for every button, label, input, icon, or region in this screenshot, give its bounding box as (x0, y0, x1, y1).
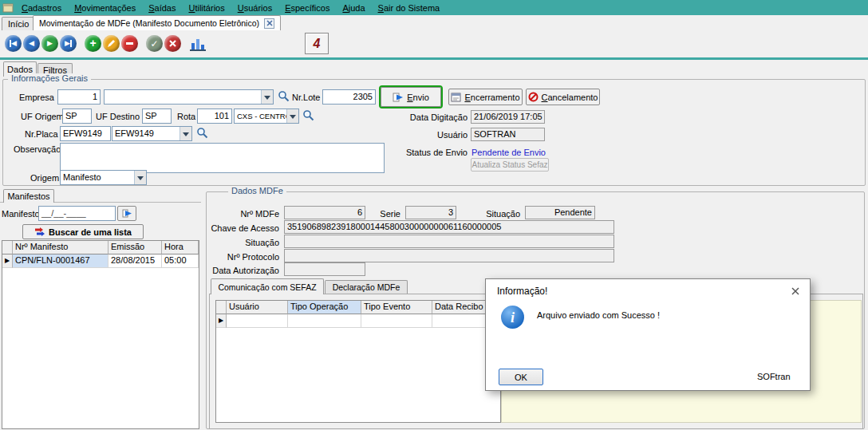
menu-item-usuarios[interactable]: Usuários (231, 2, 278, 14)
menu-item-especificos[interactable]: Específicos (278, 2, 336, 14)
tab-declaracao-mdfe[interactable]: Declaração MDFe (325, 280, 408, 294)
observacao-textarea[interactable] (60, 143, 385, 173)
cancel-button[interactable] (164, 35, 181, 52)
column-header-usuario[interactable]: Usuário (227, 301, 288, 314)
tab-manifestos[interactable]: Manifestos (3, 189, 54, 203)
nr-placa-input[interactable]: EFW9149 (60, 126, 111, 141)
status-envio-label: Status de Envio (400, 148, 468, 157)
table-row[interactable]: ▶ (216, 314, 500, 328)
manifestos-grid[interactable]: Nrº Manifesto Emissão Hora ▶ CPN/FLN-000… (2, 240, 199, 429)
table-row[interactable]: ▶ CPN/FLN-0001467 28/08/2015 05:00 (2, 254, 199, 268)
prohibition-icon (528, 92, 539, 102)
nav-prev-button[interactable]: ◀ (23, 35, 40, 52)
tab-inicio[interactable]: Início (2, 17, 35, 30)
nrlote-input[interactable]: 2305 (322, 89, 376, 105)
cell-emissao[interactable]: 28/08/2015 (108, 254, 162, 268)
data-digitacao-value: 21/06/2019 17:05 (471, 110, 545, 124)
tab-movimentacao-mdfe[interactable]: Movimentação de MDFe (Manifesto Document… (33, 15, 281, 30)
origem-label: Origem (30, 173, 59, 183)
manifestos-grid-header: Nrº Manifesto Emissão Hora (2, 241, 199, 254)
rota-code-input[interactable]: 101 (197, 108, 232, 124)
dialog-title: Informação! (497, 286, 547, 297)
chevron-down-icon[interactable] (286, 109, 298, 123)
empresa-combo[interactable] (104, 89, 274, 105)
cancelamento-button[interactable]: Cancelamento (526, 89, 600, 105)
check-icon: ✓ (150, 38, 158, 49)
uf-destino-input[interactable]: SP (142, 108, 172, 124)
menu-bar: Cadastros Movimentações Saídas Utilitári… (0, 0, 868, 15)
nav-prev-icon: ◀ (29, 40, 34, 47)
observacao-label: Observação (14, 144, 61, 154)
minus-icon (126, 42, 133, 45)
cell-hora[interactable]: 05:00 (162, 254, 199, 268)
search-icon (302, 109, 314, 121)
data-autorizacao-label: Data Autorização (206, 266, 279, 275)
nav-last-button[interactable]: ▶ (60, 35, 77, 52)
chart-button[interactable] (188, 35, 207, 53)
menu-item-saidas[interactable]: Saídas (142, 2, 182, 14)
menu-item-utilitarios[interactable]: Utilitários (182, 2, 231, 14)
chave-acesso-value: 3519068982391800014458003000000006116000… (284, 220, 614, 234)
empresa-code-input[interactable]: 1 (57, 89, 101, 105)
application-window: Cadastros Movimentações Saídas Utilitári… (0, 0, 868, 430)
rota-combo[interactable]: CXS - CENTRO (234, 108, 299, 124)
nr-placa-label: Nr.Placa (25, 129, 58, 139)
sefaz-grid[interactable]: Usuário Tipo Operação Tipo Evento Data R… (215, 300, 501, 423)
svg-text:i: i (511, 310, 515, 325)
rota-lookup-button[interactable] (302, 109, 314, 123)
row-indicator-icon: ▶ (219, 317, 223, 324)
column-header-nr-manifesto[interactable]: Nrº Manifesto (13, 241, 108, 254)
buscar-lista-button[interactable]: Buscar de uma lista (22, 224, 144, 239)
menu-item-sair[interactable]: Sair do Sistema (372, 2, 447, 14)
data-digitacao-label: Data Digitação (400, 112, 468, 122)
tab-comunicacao-sefaz[interactable]: Comunicação com SEFAZ (211, 278, 324, 294)
chevron-down-icon[interactable] (180, 127, 191, 140)
nr-mdfe-label: Nrº MDFe (222, 209, 279, 219)
encerramento-button[interactable]: Encerramento (448, 89, 523, 105)
tab-close-icon[interactable] (264, 18, 274, 29)
menu-item-ajuda[interactable]: Ajuda (336, 2, 371, 14)
add-button[interactable]: + (85, 35, 101, 52)
envio-button[interactable]: Envio (381, 87, 441, 107)
nav-next-icon: ▶ (47, 40, 53, 47)
nav-next-button[interactable]: ▶ (41, 35, 58, 52)
usuario-label: Usuário (423, 130, 468, 140)
send-icon (122, 209, 132, 218)
nr-mdfe-value: 6 (284, 206, 365, 219)
placa-lookup-button[interactable] (196, 127, 208, 140)
row-indicator-icon: ▶ (5, 257, 10, 264)
dialog-close-icon[interactable] (789, 285, 802, 298)
x-icon (169, 40, 176, 47)
column-header-tipo-operacao[interactable]: Tipo Operação (288, 301, 361, 314)
atualiza-status-sefaz-button[interactable]: Atualiza Status Sefaz (471, 158, 549, 172)
delete-button[interactable] (121, 35, 138, 52)
nrlote-label: Nr.Lote (292, 93, 320, 102)
origem-combo[interactable]: Manifesto (60, 170, 147, 185)
pencil-icon (107, 39, 116, 48)
send-icon (393, 93, 404, 102)
report-icon (451, 93, 461, 102)
column-header-tipo-evento[interactable]: Tipo Evento (361, 301, 432, 314)
nav-last-icon: ▶ (65, 40, 70, 47)
empresa-lookup-button[interactable] (278, 90, 290, 104)
cell-nr-manifesto[interactable]: CPN/FLN-0001467 (13, 254, 108, 268)
menu-item-movimentacoes[interactable]: Movimentações (68, 2, 142, 14)
softran-logo-button[interactable]: 4 (305, 33, 329, 54)
nr-placa-combo[interactable]: EFW9149 (112, 126, 192, 141)
menu-item-cadastros[interactable]: Cadastros (15, 2, 68, 14)
ok-button[interactable]: OK (499, 369, 543, 385)
uf-destino-label: UF Destino (96, 112, 140, 121)
confirm-button[interactable]: ✓ (146, 35, 163, 52)
edit-button[interactable] (103, 35, 120, 52)
column-header-emissao[interactable]: Emissão (108, 241, 162, 254)
nav-first-button[interactable]: ◀ (5, 35, 22, 52)
manifesto-send-button[interactable] (117, 206, 136, 221)
chevron-down-icon[interactable] (261, 90, 273, 104)
chevron-down-icon[interactable] (134, 171, 146, 184)
manifesto-mask-input[interactable]: __/__-____ (38, 206, 116, 221)
column-header-hora[interactable]: Hora (162, 241, 199, 254)
serie-value: 3 (405, 206, 456, 219)
uf-origem-input[interactable]: SP (62, 108, 92, 124)
groupbox-informacoes-gerais-caption: Informações Gerais (8, 73, 91, 83)
situacao2-label: Situação (222, 238, 279, 247)
